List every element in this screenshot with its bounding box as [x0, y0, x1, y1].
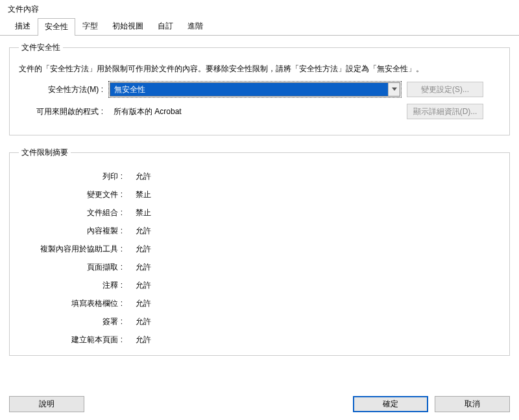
restriction-value: 允許	[136, 171, 151, 182]
document-security-group: 文件安全性 文件的「安全性方法」用於限制可作用於文件的內容。要移除安全性限制，請…	[9, 42, 510, 135]
ok-button[interactable]: 確定	[353, 396, 428, 412]
change-settings-button[interactable]: 變更設定(S)...	[407, 82, 483, 97]
restriction-row: 頁面擷取允許	[19, 258, 500, 276]
restriction-label: 建立範本頁面	[19, 334, 125, 345]
viewer-value: 所有版本的 Acrobat	[110, 106, 400, 117]
window-title: 文件內容	[0, 0, 519, 18]
restriction-row: 建立範本頁面允許	[19, 331, 500, 349]
restriction-value: 禁止	[136, 189, 151, 200]
restriction-label: 填寫表格欄位	[19, 298, 125, 309]
tab-content: 文件安全性 文件的「安全性方法」用於限制可作用於文件的內容。要移除安全性限制，請…	[0, 36, 519, 391]
restriction-row: 內容複製允許	[19, 222, 500, 240]
tab-description[interactable]: 描述	[8, 18, 38, 35]
restriction-row: 注釋允許	[19, 276, 500, 294]
dialog-footer: 說明 確定 取消	[0, 391, 519, 420]
restriction-row: 列印允許	[19, 167, 500, 185]
restriction-row: 簽署允許	[19, 312, 500, 331]
restriction-label: 簽署	[19, 316, 125, 327]
security-method-dropdown[interactable]: 無安全性	[110, 82, 400, 97]
restriction-row: 文件組合禁止	[19, 204, 500, 222]
restriction-row: 變更文件禁止	[19, 185, 500, 204]
security-method-value: 無安全性	[110, 83, 388, 96]
restriction-value: 允許	[136, 244, 151, 255]
viewer-label: 可用來開啟的程式 :	[19, 106, 103, 117]
restriction-value: 允許	[136, 262, 151, 273]
restriction-row: 填寫表格欄位允許	[19, 294, 500, 312]
restriction-value: 允許	[136, 316, 151, 327]
restriction-row: 複製內容用於協助工具允許	[19, 240, 500, 258]
restriction-label: 變更文件	[19, 189, 125, 200]
chevron-down-icon	[388, 83, 400, 96]
restriction-value: 允許	[136, 334, 151, 345]
tab-advanced[interactable]: 進階	[180, 18, 210, 35]
tab-fonts[interactable]: 字型	[75, 18, 105, 35]
restrictions-list: 列印允許 變更文件禁止 文件組合禁止 內容複製允許 複製內容用於協助工具允許 頁…	[19, 167, 500, 349]
tab-security[interactable]: 安全性	[38, 18, 75, 36]
security-description: 文件的「安全性方法」用於限制可作用於文件的內容。要移除安全性限制，請將「安全性方…	[19, 62, 500, 75]
restrictions-group: 文件限制摘要 列印允許 變更文件禁止 文件組合禁止 內容複製允許 複製內容用於協…	[9, 147, 510, 356]
restrictions-title: 文件限制摘要	[19, 147, 71, 158]
restriction-value: 允許	[136, 280, 151, 291]
help-button[interactable]: 說明	[9, 396, 84, 412]
restriction-label: 內容複製	[19, 226, 125, 237]
show-details-button[interactable]: 顯示詳細資訊(D)...	[407, 104, 483, 119]
cancel-button[interactable]: 取消	[435, 396, 510, 412]
security-method-label: 安全性方法(M) :	[19, 84, 103, 95]
restriction-label: 列印	[19, 171, 125, 182]
restriction-label: 複製內容用於協助工具	[19, 244, 125, 255]
restriction-value: 禁止	[136, 207, 151, 218]
restriction-label: 頁面擷取	[19, 262, 125, 273]
restriction-label: 文件組合	[19, 207, 125, 218]
tab-initial-view[interactable]: 初始視圖	[105, 18, 151, 35]
document-security-title: 文件安全性	[19, 42, 63, 53]
tab-bar: 描述 安全性 字型 初始視圖 自訂 進階	[0, 20, 519, 36]
restriction-value: 允許	[136, 226, 151, 237]
restriction-label: 注釋	[19, 280, 125, 291]
tab-custom[interactable]: 自訂	[151, 18, 180, 35]
properties-dialog: 文件內容 描述 安全性 字型 初始視圖 自訂 進階 文件安全性 文件的「安全性方…	[0, 0, 519, 420]
restriction-value: 允許	[136, 298, 151, 309]
